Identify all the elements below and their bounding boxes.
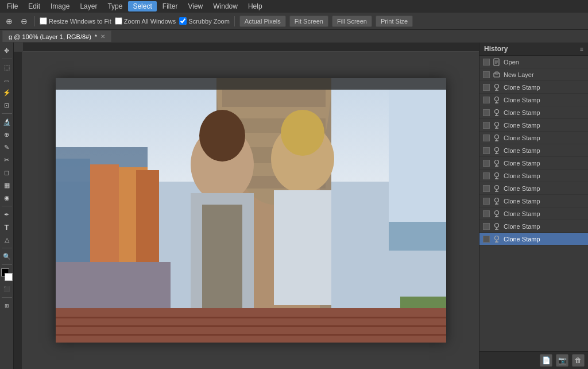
- quick-select-tool[interactable]: ⚡: [1, 87, 13, 98]
- canvas-content: [23, 52, 479, 369]
- history-item[interactable]: Clone Stamp: [479, 233, 588, 245]
- history-item-checkbox[interactable]: [483, 172, 490, 179]
- svg-point-70: [495, 223, 499, 227]
- clone-stamp-tool[interactable]: ✂: [1, 154, 13, 166]
- history-item-checkbox[interactable]: [483, 109, 490, 116]
- actual-pixels-button[interactable]: Actual Pixels: [239, 16, 286, 27]
- history-item[interactable]: Clone Stamp: [479, 220, 588, 233]
- quick-mask-tool[interactable]: ⬛: [1, 283, 13, 295]
- history-panel-header: History ≡: [479, 43, 588, 56]
- scrubby-zoom-checkbox[interactable]: Scrubby Zoom: [179, 17, 230, 25]
- history-item[interactable]: Clone Stamp: [479, 132, 588, 144]
- blur-tool[interactable]: ◉: [1, 192, 13, 203]
- history-item-checkbox[interactable]: [483, 134, 490, 141]
- move-tool[interactable]: ✥: [1, 45, 13, 56]
- history-create-layer-button[interactable]: 📄: [540, 354, 552, 367]
- history-item-checkbox[interactable]: [483, 97, 490, 103]
- screen-mode-tool[interactable]: ⊞: [1, 300, 13, 312]
- zoom-tool[interactable]: 🔍: [1, 251, 13, 262]
- history-item-label: Clone Stamp: [504, 223, 585, 230]
- menu-bar: File Edit Image Layer Type Select Filter…: [0, 0, 588, 13]
- tool-separator-1: [2, 59, 12, 59]
- menu-layer[interactable]: Layer: [75, 1, 102, 11]
- type-tool[interactable]: T: [1, 221, 13, 233]
- history-item[interactable]: Clone Stamp: [479, 81, 588, 94]
- history-item-checkbox[interactable]: [483, 84, 490, 91]
- history-item[interactable]: Clone Stamp: [479, 195, 588, 207]
- history-item-checkbox[interactable]: [483, 71, 490, 78]
- lasso-tool[interactable]: ⌓: [1, 74, 13, 86]
- gradient-tool[interactable]: ▦: [1, 179, 13, 191]
- history-item[interactable]: Clone Stamp: [479, 119, 588, 132]
- svg-rect-10: [389, 222, 446, 251]
- heal-tool[interactable]: ⊕: [1, 129, 13, 140]
- history-item[interactable]: Clone Stamp: [479, 144, 588, 157]
- menu-window[interactable]: Window: [208, 1, 242, 11]
- menu-type[interactable]: Type: [103, 1, 127, 11]
- scrubby-zoom-input[interactable]: [179, 17, 187, 25]
- menu-file[interactable]: File: [2, 1, 22, 11]
- menu-help[interactable]: Help: [243, 1, 267, 11]
- history-item-label: Open: [504, 59, 585, 66]
- menu-image[interactable]: Image: [46, 1, 74, 11]
- history-item-label: Clone Stamp: [504, 147, 585, 154]
- left-toolbar: ✥ ⬚ ⌓ ⚡ ⊡ 🔬 ⊕ ✎ ✂ ◻ ▦ ◉ ✒ T △ 🔍 ⬛ ⊞: [0, 43, 14, 369]
- fit-screen-button[interactable]: Fit Screen: [289, 16, 328, 27]
- stamp-icon: [492, 83, 501, 92]
- history-item-checkbox[interactable]: [483, 59, 490, 66]
- ruler-left: [14, 52, 23, 369]
- history-panel: History ≡ OpenNew LayerClone StampClone …: [479, 43, 588, 369]
- brush-tool[interactable]: ✎: [1, 141, 13, 153]
- path-tool[interactable]: △: [1, 234, 13, 245]
- history-item-checkbox[interactable]: [483, 122, 490, 129]
- pen-tool[interactable]: ✒: [1, 209, 13, 220]
- zoom-in-icon[interactable]: ⊕: [3, 16, 15, 27]
- history-item[interactable]: Clone Stamp: [479, 170, 588, 182]
- history-item-checkbox[interactable]: [483, 236, 490, 243]
- history-item[interactable]: New Layer: [479, 68, 588, 81]
- menu-edit[interactable]: Edit: [24, 1, 45, 11]
- history-item-label: Clone Stamp: [504, 198, 585, 205]
- menu-filter[interactable]: Filter: [158, 1, 183, 11]
- marquee-tool[interactable]: ⬚: [1, 62, 13, 73]
- history-item[interactable]: Clone Stamp: [479, 157, 588, 170]
- history-snapshot-button[interactable]: 📷: [556, 354, 568, 367]
- crop-tool[interactable]: ⊡: [1, 99, 13, 111]
- history-item-checkbox[interactable]: [483, 198, 490, 205]
- history-item-checkbox[interactable]: [483, 223, 490, 230]
- history-item-checkbox[interactable]: [483, 185, 490, 192]
- background-color[interactable]: [5, 273, 13, 281]
- history-item-label: Clone Stamp: [504, 160, 585, 167]
- history-item-checkbox[interactable]: [483, 147, 490, 154]
- history-panel-collapse[interactable]: ≡: [580, 46, 583, 52]
- svg-point-43: [495, 109, 499, 113]
- history-delete-button[interactable]: 🗑: [572, 354, 585, 367]
- zoom-all-windows-checkbox[interactable]: Zoom All Windows: [115, 17, 176, 25]
- color-swatch[interactable]: [1, 268, 13, 281]
- fill-screen-button[interactable]: Fill Screen: [332, 16, 372, 27]
- menu-view[interactable]: View: [183, 1, 207, 11]
- stamp-icon: [492, 108, 501, 117]
- layer-icon: [492, 70, 501, 79]
- stamp-icon: [492, 146, 501, 155]
- history-item-label: Clone Stamp: [504, 84, 585, 91]
- zoom-all-windows-input[interactable]: [115, 17, 122, 25]
- eraser-tool[interactable]: ◻: [1, 167, 13, 178]
- history-item[interactable]: Clone Stamp: [479, 94, 588, 106]
- document-tab[interactable]: g @ 100% (Layer 1, RGB/8#) * ✕: [2, 30, 111, 42]
- tab-bar: g @ 100% (Layer 1, RGB/8#) * ✕: [0, 30, 588, 43]
- resize-windows-input[interactable]: [40, 17, 47, 25]
- eyedropper-tool[interactable]: 🔬: [1, 116, 13, 128]
- tab-close-button[interactable]: ✕: [100, 33, 105, 40]
- history-item[interactable]: Clone Stamp: [479, 182, 588, 195]
- history-item[interactable]: Clone Stamp: [479, 106, 588, 119]
- history-item-checkbox[interactable]: [483, 210, 490, 217]
- zoom-out-icon[interactable]: ⊖: [18, 16, 30, 27]
- print-size-button[interactable]: Print Size: [376, 16, 413, 27]
- history-item[interactable]: Open: [479, 56, 588, 68]
- history-item-checkbox[interactable]: [483, 160, 490, 167]
- menu-select[interactable]: Select: [128, 1, 156, 11]
- history-item[interactable]: Clone Stamp: [479, 207, 588, 220]
- resize-windows-checkbox[interactable]: Resize Windows to Fit: [40, 17, 111, 25]
- tool-separator-4: [2, 248, 12, 248]
